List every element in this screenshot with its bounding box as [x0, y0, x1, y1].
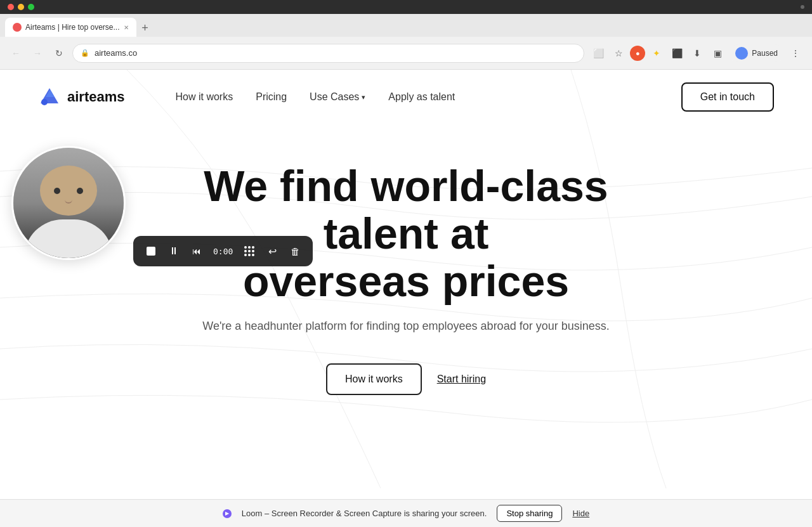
nav-use-cases[interactable]: Use Cases ▾ [310, 91, 365, 103]
nav-pricing[interactable]: Pricing [256, 91, 287, 103]
recording-time: 0:00 [209, 247, 237, 256]
grid-btn[interactable] [239, 241, 259, 261]
trash-icon: 🗑 [291, 246, 300, 257]
profile-button[interactable]: Paused [729, 44, 784, 62]
tab-bar: Airteams | Hire top overse... ✕ + [0, 14, 812, 37]
rewind-btn[interactable]: ⏮ [187, 241, 207, 261]
grid-icon [244, 246, 254, 256]
traffic-light-maximize[interactable] [28, 4, 34, 10]
traffic-light-minimize[interactable] [18, 4, 24, 10]
nav-how-it-works[interactable]: How it works [176, 91, 233, 103]
avatar-overlay [11, 146, 126, 260]
nav-links: How it works Pricing Use Cases ▾ Apply a… [176, 91, 455, 103]
rewind-icon: ⏮ [192, 246, 201, 256]
delete-btn[interactable]: 🗑 [285, 241, 305, 261]
reload-button[interactable]: ↻ [51, 45, 67, 62]
traffic-light-close[interactable] [8, 4, 14, 10]
svg-point-0 [41, 99, 48, 105]
logo-icon [38, 86, 61, 108]
navbar: airteams How it works Pricing Use Cases … [0, 70, 812, 124]
active-tab[interactable]: Airteams | Hire top overse... ✕ [5, 18, 136, 37]
tab-title: Airteams | Hire top overse... [25, 23, 120, 32]
start-hiring-button[interactable]: Start hiring [437, 374, 486, 385]
recording-toolbar: ⏸ ⏮ 0:00 ↩ 🗑 [133, 236, 313, 266]
extension2-icon[interactable]: ✦ [648, 44, 665, 62]
tab-close-btn[interactable]: ✕ [124, 24, 129, 31]
avatar-face [13, 148, 124, 258]
bookmark-icon[interactable]: ☆ [610, 44, 627, 62]
hero-title: We find world-class talent at overseas p… [152, 162, 660, 304]
browser-titlebar [0, 0, 812, 14]
browser-toolbar: ← → ↻ 🔒 airteams.co ⬜ ☆ ● ✦ ⬛ ⬇ ▣ Paused… [0, 37, 812, 70]
extension3-icon[interactable]: ⬛ [668, 44, 686, 62]
download-icon[interactable]: ⬇ [688, 44, 706, 62]
lock-icon: 🔒 [81, 49, 89, 57]
extension1-icon[interactable]: ● [630, 46, 645, 61]
undo-icon: ↩ [268, 245, 277, 257]
hero-subtitle: We're a headhunter platform for finding … [25, 320, 787, 333]
browser-dots [801, 5, 804, 9]
nav-apply-as-talent[interactable]: Apply as talent [388, 91, 455, 103]
toolbar-icons: ⬜ ☆ ● ✦ ⬛ ⬇ ▣ Paused ⋮ [589, 44, 804, 62]
menu-icon[interactable]: ⋮ [787, 44, 804, 62]
tab-favicon [13, 23, 22, 32]
logo-text: airteams [67, 89, 125, 105]
pause-icon: ⏸ [169, 245, 179, 257]
get-in-touch-button[interactable]: Get in touch [681, 82, 774, 112]
hero-buttons: How it works Start hiring [25, 363, 787, 395]
split-view-icon[interactable]: ▣ [709, 44, 726, 62]
address-bar[interactable]: 🔒 airteams.co [72, 44, 584, 63]
cast-icon[interactable]: ⬜ [589, 44, 607, 62]
chevron-down-icon: ▾ [362, 93, 365, 101]
stop-recording-btn[interactable] [141, 241, 161, 261]
profile-avatar [735, 47, 748, 60]
profile-label: Paused [752, 49, 778, 58]
undo-btn[interactable]: ↩ [262, 241, 282, 261]
url-text: airteams.co [95, 48, 137, 58]
forward-button[interactable]: → [29, 45, 46, 62]
website-content: airteams How it works Pricing Use Cases … [0, 70, 812, 488]
new-tab-btn[interactable]: + [136, 19, 154, 37]
stop-icon [147, 247, 155, 256]
how-it-works-button[interactable]: How it works [326, 363, 422, 395]
pause-recording-btn[interactable]: ⏸ [164, 241, 184, 261]
back-button[interactable]: ← [8, 45, 24, 62]
logo-link[interactable]: airteams [38, 86, 125, 108]
